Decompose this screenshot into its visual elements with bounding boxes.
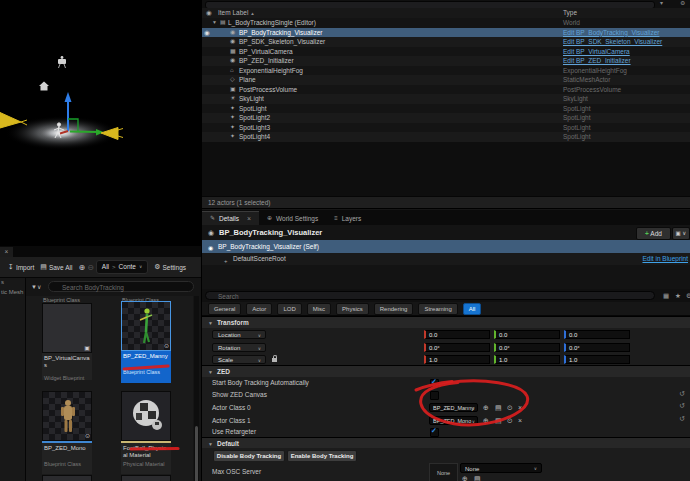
- browse-to-asset-icon[interactable]: ▤: [495, 415, 502, 426]
- chip-misc[interactable]: Misc: [307, 303, 331, 315]
- outliner-row-skylight[interactable]: ☀ SkyLight SkyLight: [202, 94, 690, 104]
- chip-lod[interactable]: LOD: [277, 303, 301, 315]
- pick-asset-icon[interactable]: ⊙: [507, 402, 513, 413]
- scale-lock-icon[interactable]: [272, 358, 277, 362]
- rotation-z-field[interactable]: 0.0°: [564, 343, 630, 352]
- actor-class-1-dropdown[interactable]: BP_ZED_Mono∨: [429, 416, 478, 425]
- breadcrumb-current[interactable]: Conte: [119, 261, 136, 273]
- use-selected-asset-icon[interactable]: ⊕: [483, 415, 489, 426]
- actor-class-0-dropdown[interactable]: BP_ZED_Manny∨: [429, 403, 478, 412]
- scale-dropdown[interactable]: Scale∨: [212, 355, 266, 364]
- use-selected-asset-icon[interactable]: ⊕: [462, 473, 468, 481]
- add-component-button[interactable]: + Add: [636, 227, 671, 240]
- outliner-row-spotlight2[interactable]: ✦ SpotLight2 SpotLight: [202, 113, 690, 123]
- location-dropdown[interactable]: Location∨: [212, 330, 266, 339]
- outliner-row-virtualcamera[interactable]: ▦ BP_VirtualCamera Edit BP_VirtualCamera: [202, 47, 690, 57]
- browse-to-asset-icon[interactable]: ▤: [495, 402, 502, 413]
- visibility-eye-icon[interactable]: ◉: [204, 28, 210, 38]
- clear-asset-icon[interactable]: ×: [518, 415, 522, 426]
- tab-world-settings[interactable]: ⊕ World Settings: [259, 212, 326, 225]
- location-x-field[interactable]: 0.0: [424, 330, 490, 339]
- outliner-row-plane[interactable]: ◇ Plane StaticMeshActor: [202, 75, 690, 85]
- edit-blueprint-link[interactable]: Edit BP_ZED_Initializer: [563, 56, 631, 66]
- outliner-row-spotlight4[interactable]: ✦ SpotLight4 SpotLight: [202, 132, 690, 142]
- favorites-star-icon[interactable]: ★: [675, 291, 681, 300]
- chip-all[interactable]: All: [463, 303, 482, 315]
- location-y-field[interactable]: 0.0: [494, 330, 560, 339]
- asset-tile-virtualcanvas[interactable]: ▣ BP_VirtualCanvas Widget Blueprint: [42, 303, 92, 380]
- side-panel-item-truncated[interactable]: s: [1, 279, 4, 285]
- use-selected-asset-icon[interactable]: ⊕: [483, 402, 489, 413]
- asset-tile-partial[interactable]: [42, 475, 92, 481]
- settings-button[interactable]: Settings: [163, 264, 187, 271]
- chip-rendering[interactable]: Rendering: [374, 303, 414, 315]
- scale-z-field[interactable]: 1.0: [564, 355, 630, 364]
- location-z-field[interactable]: 0.0: [564, 330, 630, 339]
- import-button[interactable]: Import: [16, 264, 34, 271]
- reset-to-default-icon[interactable]: ↺: [679, 415, 685, 423]
- close-tab-icon[interactable]: ×: [247, 212, 251, 225]
- outliner-row-level[interactable]: ▼ ▤ L_BodyTrackingSingle (Editor) World: [202, 18, 690, 28]
- clear-asset-icon[interactable]: ×: [518, 402, 522, 413]
- outliner-row-bodytracking-visualizer[interactable]: ◉ ◉ BP_BodyTracking_Visualizer Edit BP_B…: [202, 28, 690, 38]
- edit-in-blueprint-link[interactable]: Edit in Blueprint: [642, 253, 688, 265]
- scale-y-field[interactable]: 1.0: [494, 355, 560, 364]
- outliner-row-spotlight[interactable]: ✦ SpotLight SpotLight: [202, 104, 690, 114]
- show-zed-canvas-checkbox[interactable]: [430, 391, 439, 400]
- chip-streaming[interactable]: Streaming: [418, 303, 457, 315]
- visibility-column-eye-icon[interactable]: ◉: [206, 8, 212, 18]
- reset-to-default-icon[interactable]: ↺: [679, 402, 685, 410]
- asset-tile-partial[interactable]: [121, 475, 171, 481]
- display-options-icon[interactable]: ▦: [663, 291, 669, 300]
- viewport[interactable]: [0, 0, 201, 245]
- expand-caret-icon[interactable]: ▼: [212, 18, 217, 28]
- save-all-button[interactable]: Save All: [49, 264, 73, 271]
- chip-general[interactable]: General: [208, 303, 241, 315]
- browse-to-asset-icon[interactable]: ▤: [474, 473, 481, 481]
- chip-physics[interactable]: Physics: [336, 303, 369, 315]
- asset-tile-zed-mono[interactable]: ⊙ BP_ZED_Mono Blueprint Class: [42, 391, 92, 474]
- outliner-filter-icon[interactable]: ▾: [660, 0, 663, 6]
- rotation-x-field[interactable]: 0.0°: [424, 343, 490, 352]
- outliner-settings-icon[interactable]: ⚙: [680, 0, 685, 6]
- forward-icon[interactable]: ⊖: [87, 263, 94, 272]
- side-panel-item-truncated[interactable]: tic Mesh: [1, 289, 23, 295]
- outliner-row-zed-initializer[interactable]: ◉ BP_ZED_Initializer Edit BP_ZED_Initial…: [202, 56, 690, 66]
- tab-layers[interactable]: ≡ Layers: [326, 212, 369, 225]
- content-browser-tab[interactable]: ×: [0, 247, 13, 257]
- edit-blueprint-link[interactable]: Edit BP_BodyTracking_Visualizer: [563, 28, 659, 38]
- camera-gizmo-icon[interactable]: [58, 56, 66, 68]
- outliner-row-sdk-skeleton-visualizer[interactable]: ◉ BP_SDK_Skeleton_Visualizer Edit BP_SDK…: [202, 37, 690, 47]
- use-retargeter-checkbox[interactable]: [430, 428, 439, 437]
- back-icon[interactable]: ⊕: [78, 263, 85, 272]
- osc-server-dropdown[interactable]: None∨: [460, 463, 542, 473]
- asset-grid-scrollbar-thumb[interactable]: [195, 426, 198, 481]
- outliner-row-heightfog[interactable]: ⌂ ExponentialHeightFog ExponentialHeight…: [202, 66, 690, 76]
- reset-to-default-icon[interactable]: ↺: [679, 390, 685, 398]
- edit-blueprint-link[interactable]: Edit BP_VirtualCamera: [563, 47, 630, 57]
- type-column-header[interactable]: Type: [563, 8, 577, 18]
- tab-details[interactable]: ✎ Details ×: [202, 211, 259, 225]
- fog-gizmo-icon[interactable]: [39, 82, 49, 91]
- start-body-tracking-checkbox[interactable]: [430, 379, 439, 388]
- chip-actor[interactable]: Actor: [246, 303, 272, 315]
- asset-tile-zed-manny[interactable]: ⊙ BP_ZED_Manny Blueprint Class: [121, 301, 171, 383]
- rotation-dropdown[interactable]: Rotation∨: [212, 343, 266, 352]
- osc-server-thumbnail[interactable]: None: [429, 463, 458, 481]
- blueprint-edit-menu-button[interactable]: ▣ ∨: [672, 227, 690, 240]
- scale-x-field[interactable]: 1.0: [424, 355, 490, 364]
- details-search-input[interactable]: Search: [205, 291, 655, 300]
- edit-blueprint-link[interactable]: Edit BP_SDK_Skeleton_Visualizer: [563, 37, 662, 47]
- close-tab-icon[interactable]: ×: [5, 248, 9, 255]
- breadcrumb-root[interactable]: All: [102, 261, 109, 273]
- details-settings-icon[interactable]: ⚙: [686, 291, 690, 300]
- filter-funnel-icon[interactable]: ▼∨: [31, 283, 41, 290]
- asset-tile-football-physmat[interactable]: FootBall_Physical Material Physical Mate…: [121, 391, 171, 474]
- outliner-row-postprocessvolume[interactable]: ▣ PostProcessVolume PostProcessVolume: [202, 85, 690, 95]
- pick-asset-icon[interactable]: ⊙: [507, 415, 513, 426]
- component-row-self[interactable]: ◉ BP_BodyTracking_Visualizer (Self): [202, 240, 690, 253]
- rotation-y-field[interactable]: 0.0°: [494, 343, 560, 352]
- asset-search-input[interactable]: Search BodyTracking: [48, 281, 194, 292]
- path-breadcrumb[interactable]: All > Conte ∨: [96, 260, 148, 274]
- outliner-row-spotlight3[interactable]: ✦ SpotLight3 SpotLight: [202, 123, 690, 133]
